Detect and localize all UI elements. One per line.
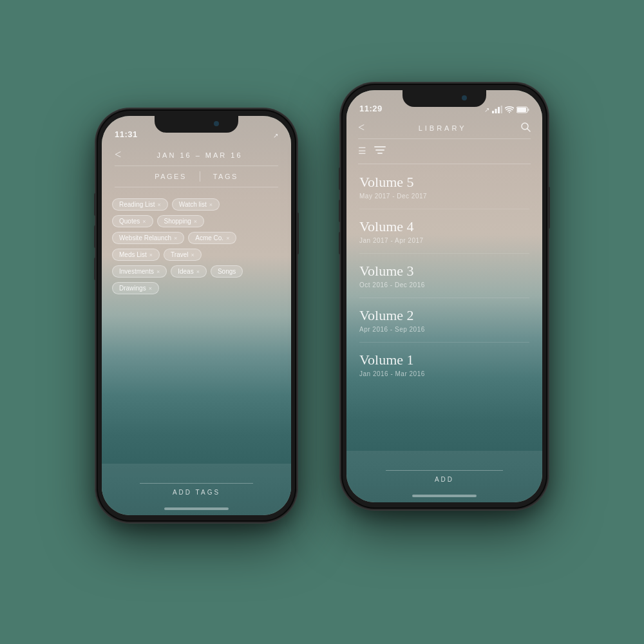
right-header: < LIBRARY ☰ [346, 117, 542, 172]
notch-camera-right [462, 95, 467, 100]
tabs-divider [115, 187, 278, 187]
battery-icon [516, 106, 529, 113]
volume-4-dates: Jan 2017 - Apr 2017 [359, 237, 529, 244]
volume-1-title: Volume 1 [359, 352, 529, 368]
back-arrow-left[interactable]: < [115, 148, 121, 162]
time-left: 11:31 [115, 129, 138, 139]
screen-left: 11:31 ↗ < JAN 16 – MAR 16 PAGES TAGS [102, 116, 291, 515]
status-icons-right: ↗ [484, 106, 529, 113]
volume-4-title: Volume 4 [359, 218, 529, 235]
svg-rect-1 [495, 109, 497, 113]
volume-item-5[interactable]: Volume 5 May 2017 - Dec 2017 [359, 165, 529, 209]
notch-left [155, 116, 238, 133]
svg-rect-9 [374, 146, 386, 147]
volume-2-title: Volume 2 [359, 307, 529, 324]
volume-5-title: Volume 5 [359, 174, 529, 191]
date-range: JAN 16 – MAR 16 [121, 151, 278, 159]
tag-acme[interactable]: Acme Co. × [188, 232, 236, 244]
tag-ideas[interactable]: Ideas × [171, 265, 207, 278]
tags-content: Reading List × Watch list × Quotes × Sho… [112, 198, 281, 299]
left-header: < JAN 16 – MAR 16 PAGES TAGS [102, 143, 291, 196]
bottom-bar-left: ADD TAGS [102, 464, 291, 515]
bottom-bar-right: ADD [346, 451, 542, 502]
filter-divider [358, 164, 531, 164]
notch-right [402, 90, 486, 107]
tag-website-relaunch[interactable]: Website Relaunch × [112, 232, 184, 244]
svg-rect-3 [501, 106, 503, 113]
tags-row-4: Meds List × Travel × [112, 249, 281, 261]
volume-item-4[interactable]: Volume 4 Jan 2017 - Apr 2017 [359, 209, 529, 254]
location-icon-right: ↗ [484, 106, 489, 113]
signal-icon [492, 106, 502, 113]
header-divider [115, 166, 278, 166]
svg-line-8 [527, 129, 530, 131]
svg-rect-5 [517, 108, 526, 112]
tag-meds-list[interactable]: Meds List × [112, 249, 160, 261]
svg-rect-11 [377, 153, 383, 154]
tag-quotes[interactable]: Quotes × [112, 215, 153, 227]
tag-shopping[interactable]: Shopping × [157, 215, 205, 227]
add-tags-button[interactable]: ADD TAGS [173, 489, 220, 496]
tab-tags[interactable]: TAGS [200, 170, 251, 183]
location-icon-left: ↗ [273, 132, 278, 139]
volume-item-3[interactable]: Volume 3 Oct 2016 - Dec 2016 [359, 254, 529, 298]
tabs-row: PAGES TAGS [115, 170, 278, 183]
volume-item-1[interactable]: Volume 1 Jan 2016 - Mar 2016 [359, 343, 529, 386]
svg-rect-10 [375, 149, 384, 151]
tag-reading-list[interactable]: Reading List × [112, 198, 168, 211]
search-button[interactable] [520, 122, 531, 135]
screen-right: 11:29 ↗ [346, 90, 542, 502]
filter-icon[interactable] [374, 146, 386, 157]
add-button[interactable]: ADD [435, 476, 454, 483]
tags-row-3: Website Relaunch × Acme Co. × [112, 232, 281, 244]
library-title: LIBRARY [365, 124, 520, 132]
phone-right: 11:29 ↗ [341, 84, 547, 509]
volume-5-dates: May 2017 - Dec 2017 [359, 193, 529, 200]
tag-drawings[interactable]: Drawings × [112, 282, 159, 294]
tags-row-1: Reading List × Watch list × [112, 198, 281, 211]
filter-row: ☰ [358, 143, 531, 160]
svg-rect-0 [492, 111, 494, 113]
volume-3-dates: Oct 2016 - Dec 2016 [359, 281, 529, 289]
tab-pages[interactable]: PAGES [142, 170, 200, 183]
tags-row-5: Investments × Ideas × Songs [112, 265, 281, 278]
nav-row-left: < JAN 16 – MAR 16 [115, 148, 278, 162]
tag-watch-list[interactable]: Watch list × [172, 198, 220, 211]
volumes-list: Volume 5 May 2017 - Dec 2017 Volume 4 Ja… [346, 165, 542, 386]
phone-left: 11:31 ↗ < JAN 16 – MAR 16 PAGES TAGS [97, 109, 296, 522]
back-arrow-right[interactable]: < [358, 121, 365, 135]
status-icons-left: ↗ [273, 132, 278, 139]
volume-1-dates: Jan 2016 - Mar 2016 [359, 370, 529, 377]
volume-2-dates: Apr 2016 - Sep 2016 [359, 326, 529, 333]
bottom-divider-left [140, 483, 253, 484]
svg-rect-2 [498, 107, 500, 113]
time-right: 11:29 [359, 104, 383, 113]
tag-travel[interactable]: Travel × [164, 249, 202, 261]
svg-rect-6 [528, 108, 529, 111]
notch-camera-left [214, 121, 219, 126]
wifi-icon [505, 106, 514, 113]
library-divider [358, 138, 531, 139]
tag-songs[interactable]: Songs [211, 265, 243, 278]
volume-3-title: Volume 3 [359, 263, 529, 279]
bottom-divider-right [386, 470, 503, 471]
tags-row-6: Drawings × [112, 282, 281, 294]
tags-row-2: Quotes × Shopping × [112, 215, 281, 227]
volume-item-2[interactable]: Volume 2 Apr 2016 - Sep 2016 [359, 298, 529, 343]
library-nav: < LIBRARY [358, 121, 531, 135]
menu-icon[interactable]: ☰ [358, 146, 366, 157]
tag-investments[interactable]: Investments × [112, 265, 167, 278]
